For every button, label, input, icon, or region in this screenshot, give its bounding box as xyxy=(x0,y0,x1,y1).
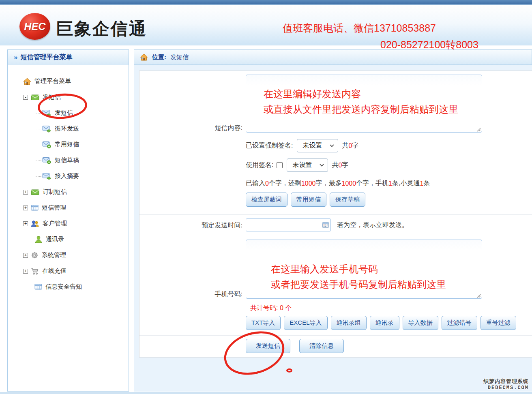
counter-text: 条,小灵通 xyxy=(392,179,420,188)
main-body: 短信内容: 已设置强制签名: 未设置 共 0 字 使用签名: 未设置 xyxy=(134,65,532,392)
contacts-button[interactable]: 通讯录 xyxy=(370,316,399,330)
sidebar-item-label: 在线充值 xyxy=(42,267,66,275)
submit-buttons-row: 发送短信 清除信息 xyxy=(246,339,344,353)
sidebar-item-access-summary[interactable]: 接入摘要 xyxy=(42,168,129,184)
counter-pas-msgs: 1 xyxy=(420,180,423,187)
sidebar-item-label: 循环发送 xyxy=(55,125,79,133)
use-sign-count-suffix: 字 xyxy=(342,161,348,169)
section-divider xyxy=(139,214,532,215)
sidebar-item-label: 发短信 xyxy=(55,109,73,117)
sidebar-item-security-notice[interactable]: 信息安全告知 xyxy=(34,279,129,295)
schedule-hint-text: 若为空，表示立即发送。 xyxy=(337,221,408,229)
sidebar-item-platform-menu[interactable]: 管理平台菜单 xyxy=(23,73,129,89)
check-blocked-words-button[interactable]: 检查屏蔽词 xyxy=(246,193,287,207)
expand-plus-icon[interactable]: + xyxy=(23,269,28,274)
txt-import-button[interactable]: TXT导入 xyxy=(246,316,281,330)
sidebar-item-loop-send[interactable]: 循环发送 xyxy=(42,121,129,137)
counter-mobile-msgs: 1 xyxy=(388,180,392,187)
expand-plus-icon[interactable]: + xyxy=(23,190,28,195)
sidebar-item-sms-draft[interactable]: 短信草稿 xyxy=(42,152,129,168)
sms-content-textarea[interactable] xyxy=(246,75,482,133)
collapse-minus-icon[interactable]: - xyxy=(23,95,28,100)
breadcrumb: 位置: 发短信 xyxy=(134,49,532,65)
forced-sign-count: 0 xyxy=(348,142,352,150)
watermark-domain: DEDECMS.COM xyxy=(483,385,529,391)
sidebar-item-label: 常用短信 xyxy=(55,141,79,148)
import-buttons-row: TXT导入 EXCEL导入 通讯录组 通讯录 导入数据 过滤错号 重号过滤 xyxy=(246,316,516,330)
use-signature-label: 使用签名: xyxy=(246,161,273,169)
envelope-send-icon xyxy=(42,109,51,117)
sidebar-item-online-recharge[interactable]: + 在线充值 xyxy=(23,263,129,279)
forced-sign-count-suffix: 字 xyxy=(352,141,358,150)
schedule-row: 若为空，表示立即发送。 xyxy=(246,218,408,231)
send-sms-form: 短信内容: 已设置强制签名: 未设置 共 0 字 使用签名: 未设置 xyxy=(139,71,532,358)
forced-signature-select[interactable]: 未设置 xyxy=(297,139,338,152)
house-icon xyxy=(23,78,31,85)
clear-info-button[interactable]: 清除信息 xyxy=(299,339,344,353)
counter-max: 1000 xyxy=(342,180,356,187)
users-icon xyxy=(31,220,39,228)
envelope-add-icon xyxy=(42,157,51,164)
sidebar-item-send-sms-group[interactable]: - 发短信 xyxy=(23,89,129,105)
use-sign-count-prefix: 共 xyxy=(332,161,338,169)
breadcrumb-label: 位置: xyxy=(152,54,166,61)
common-sms-button[interactable]: 常用短信 xyxy=(291,193,326,207)
expand-plus-icon[interactable]: + xyxy=(23,221,28,226)
schedule-time-field xyxy=(246,218,331,231)
forced-sign-count-prefix: 共 xyxy=(342,141,348,150)
save-draft-button[interactable]: 保存草稿 xyxy=(330,193,365,207)
contact-group-button[interactable]: 通讯录组 xyxy=(331,316,367,330)
use-signature-checkbox[interactable] xyxy=(277,162,283,168)
counter-text: 已输入 xyxy=(246,179,265,188)
import-data-button[interactable]: 导入数据 xyxy=(403,316,438,330)
envelope-add-icon xyxy=(42,141,51,148)
send-sms-button[interactable]: 发送短信 xyxy=(246,339,290,353)
schedule-time-input[interactable] xyxy=(246,218,331,231)
cart-icon xyxy=(31,267,39,275)
sidebar-item-customer-manage[interactable]: + 客户管理 xyxy=(23,216,129,231)
calendar-icon[interactable] xyxy=(322,222,329,228)
phone-numbers-textarea[interactable] xyxy=(246,240,482,299)
double-arrow-icon: » xyxy=(14,54,17,62)
counter-text: 个字，还剩 xyxy=(269,179,301,188)
expand-plus-icon[interactable]: + xyxy=(23,206,28,210)
sidebar-item-label: 发短信 xyxy=(43,93,61,101)
counter-text: 条 xyxy=(423,179,430,188)
use-sign-count: 0 xyxy=(338,162,342,169)
sidebar-item-label: 通讯录 xyxy=(46,236,64,243)
section-divider xyxy=(139,235,532,235)
chevron-down-icon xyxy=(320,164,324,167)
dedupe-numbers-button[interactable]: 重号过滤 xyxy=(481,316,516,330)
main-panel: 位置: 发短信 短信内容: 已设置强制签名: 未设置 共 0 字 使用签名: xyxy=(134,49,532,392)
sidebar-header: » 短信管理平台菜单 xyxy=(8,50,129,65)
user-icon xyxy=(34,236,43,244)
char-counter-line: 已输入0个字，还剩1000字，最多1000个字，手机1条,小灵通1条 xyxy=(246,179,430,188)
watermark: 织梦内容管理系统 DEDECMS.COM xyxy=(483,378,529,391)
sidebar-item-sms-manage[interactable]: + 短信管理 xyxy=(23,200,129,216)
sidebar-item-label: 客户管理 xyxy=(43,220,67,227)
use-signature-row: 使用签名: 未设置 共 0 字 xyxy=(246,158,348,172)
table-icon xyxy=(31,205,39,211)
schedule-time-label: 预定发送时间: xyxy=(139,221,242,230)
sidebar-item-common-sms[interactable]: 常用短信 xyxy=(42,137,129,152)
sidebar-panel: » 短信管理平台菜单 管理平台菜单 - 发短信 发短信 循 xyxy=(7,49,129,392)
filter-wrong-numbers-button[interactable]: 过滤错号 xyxy=(442,316,477,330)
sidebar-item-subscribe-sms[interactable]: + 订制短信 xyxy=(23,184,129,200)
sidebar-tree: 管理平台菜单 - 发短信 发短信 循环发送 常用短信 xyxy=(8,65,129,295)
use-signature-select[interactable]: 未设置 xyxy=(287,158,328,172)
forced-signature-row: 已设置强制签名: 未设置 共 0 字 xyxy=(246,139,358,152)
expand-plus-icon[interactable]: + xyxy=(23,253,28,258)
page-header: HEC 巨象企信通 值班客服电话、微信13710853887 020-85272… xyxy=(0,6,532,45)
service-phone-line1: 值班客服电话、微信13710853887 xyxy=(283,21,436,35)
watermark-cn: 织梦内容管理系统 xyxy=(483,378,529,385)
content-buttons-row: 检查屏蔽词 常用短信 保存草稿 xyxy=(246,193,365,207)
sidebar-item-system-manage[interactable]: + 系统管理 xyxy=(23,247,129,263)
sidebar-item-contacts[interactable]: 通讯录 xyxy=(34,231,129,247)
forced-signature-label: 已设置强制签名: xyxy=(246,141,293,150)
gear-icon xyxy=(31,251,39,259)
excel-import-button[interactable]: EXCEL导入 xyxy=(284,316,327,330)
sidebar-item-send-sms[interactable]: 发短信 xyxy=(42,105,129,121)
bottom-strip xyxy=(0,392,532,394)
counter-remaining: 1000 xyxy=(301,180,316,187)
envelope-send-icon xyxy=(42,125,51,133)
